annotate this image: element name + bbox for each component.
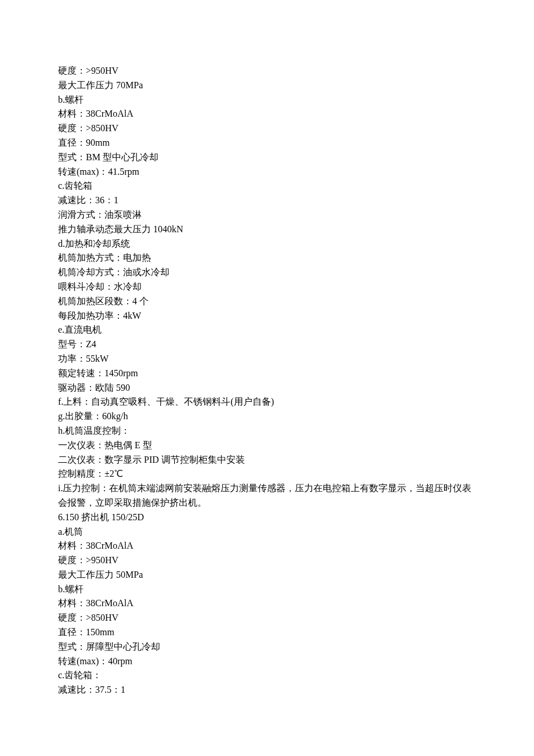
text-line: 额定转速：1450rpm [58, 366, 476, 381]
text-line: 型式：屏障型中心孔冷却 [58, 640, 476, 654]
text-line: 材料：38CrMoAlA [58, 107, 476, 121]
text-line: c.齿轮箱 [58, 179, 476, 193]
text-line: a.机筒 [58, 525, 476, 539]
text-line: h.机筒温度控制： [58, 424, 476, 438]
text-line: 机筒冷却方式：油或水冷却 [58, 265, 476, 280]
text-line: g.出胶量：60kg/h [58, 409, 476, 424]
text-line: e.直流电机 [58, 323, 476, 337]
text-line: 每段加热功率：4kW [58, 309, 476, 323]
text-line: 最大工作压力 50MPa [58, 568, 476, 582]
text-line: i.压力控制：在机筒末端滤网前安装融熔压力测量传感器，压力在电控箱上有数字显示，… [58, 481, 476, 510]
text-line: 材料：38CrMoAlA [58, 596, 476, 611]
text-line: 机筒加热区段数：4 个 [58, 294, 476, 309]
text-line: 材料：38CrMoAlA [58, 539, 476, 553]
text-line: 硬度：>950HV [58, 64, 476, 78]
text-line: 6.150 挤出机 150/25D [58, 510, 476, 525]
text-line: 直径：150mm [58, 625, 476, 640]
text-line: 喂料斗冷却：水冷却 [58, 280, 476, 294]
text-line: b.螺杆 [58, 582, 476, 597]
text-line: 二次仪表：数字显示 PID 调节控制柜集中安装 [58, 453, 476, 467]
text-line: 减速比：37.5：1 [58, 683, 476, 697]
text-line: 润滑方式：油泵喷淋 [58, 208, 476, 222]
text-line: 转速(max)：41.5rpm [58, 165, 476, 179]
text-line: 一次仪表：热电偶 E 型 [58, 438, 476, 453]
text-line: 转速(max)：40rpm [58, 654, 476, 669]
text-line: 控制精度：±2℃ [58, 467, 476, 481]
document-body: 硬度：>950HV最大工作压力 70MPab.螺杆材料：38CrMoAlA硬度：… [58, 64, 476, 697]
text-line: 驱动器：欧陆 590 [58, 381, 476, 395]
text-line: c.齿轮箱： [58, 668, 476, 683]
text-line: 功率：55kW [58, 352, 476, 366]
text-line: 直径：90mm [58, 136, 476, 150]
text-line: b.螺杆 [58, 93, 476, 107]
text-line: 机筒加热方式：电加热 [58, 251, 476, 265]
text-line: f.上料：自动真空吸料、干燥、不锈钢料斗(用户自备) [58, 395, 476, 409]
text-line: 硬度：>850HV [58, 611, 476, 625]
text-line: 最大工作压力 70MPa [58, 78, 476, 93]
text-line: d.加热和冷却系统 [58, 237, 476, 251]
text-line: 减速比：36：1 [58, 193, 476, 208]
text-line: 推力轴承动态最大压力 1040kN [58, 222, 476, 237]
text-line: 硬度：>950HV [58, 553, 476, 568]
text-line: 型式：BM 型中心孔冷却 [58, 150, 476, 165]
text-line: 型号：Z4 [58, 337, 476, 352]
text-line: 硬度：>850HV [58, 121, 476, 136]
